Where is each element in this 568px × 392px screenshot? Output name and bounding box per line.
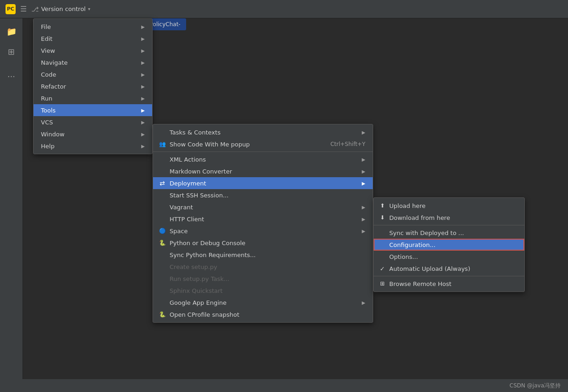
submenu-arrow-icon: ▶ [362,181,365,186]
submenu-arrow-icon: ▶ [141,96,145,101]
item-left: Google App Engine [159,299,227,306]
sec-menu-item-space[interactable]: 🔵 Space ▶ [153,225,373,237]
menu-label: Help [41,143,55,150]
chevron-down-icon: ▾ [88,6,90,11]
item-left: ⇄ Deployment [159,179,206,187]
submenu-arrow-icon: ▶ [141,84,145,89]
browse-icon: ⊞ [379,280,386,287]
python-console-icon: 🐍 [159,240,166,246]
sec-menu-item-markdown[interactable]: Markdown Converter ▶ [153,165,373,177]
menu-item-run[interactable]: Run ▶ [34,92,152,104]
menu-item-view[interactable]: View ▶ [34,45,152,56]
item-left: Run setup.py Task... [159,275,229,282]
menu-item-file[interactable]: File ▶ [34,21,152,33]
menu-item-navigate[interactable]: Navigate ▶ [34,56,152,68]
sidebar-icon-more[interactable]: ··· [3,68,20,84]
sec-menu-item-vagrant[interactable]: Vagrant ▶ [153,201,373,213]
menu-label: Code [41,71,56,78]
menu-label: Tools [41,107,56,114]
item-left: 👥 Show Code With Me popup [159,141,250,148]
sec-menu-item-create-setup: Create setup.py [153,261,373,273]
sidebar-icon-plugins[interactable]: ⊞ [3,43,20,60]
separator [374,276,524,276]
menu-label: Configuration... [389,241,436,248]
sec-menu-item-python-console[interactable]: 🐍 Python or Debug Console [153,237,373,249]
menu-label: Create setup.py [170,263,217,270]
tools-submenu: Tasks & Contexts ▶ 👥 Show Code With Me p… [153,124,373,323]
sec-menu-item-cprofile[interactable]: 🐍 Open CProfile snapshot [153,308,373,320]
ter-menu-item-configuration[interactable]: Configuration... [374,239,524,251]
menu-label: Upload here [389,202,426,209]
menu-label: Sync with Deployed to ... [389,230,464,236]
version-control-title[interactable]: ⎇ Version control ▾ [31,6,90,13]
submenu-arrow-icon: ▶ [141,24,145,29]
menu-label: Browse Remote Host [389,280,451,287]
app-logo: PC [6,4,16,14]
sec-menu-item-xml[interactable]: XML Actions ▶ [153,153,373,165]
menu-item-window[interactable]: Window ▶ [34,128,152,140]
menu-label: Options... [389,253,418,260]
submenu-arrow-icon: ▶ [362,157,365,162]
menu-label: XML Actions [170,156,206,163]
sec-menu-item-deployment[interactable]: ⇄ Deployment ▶ [153,177,373,189]
submenu-arrow-icon: ▶ [141,60,145,65]
sec-menu-item-gae[interactable]: Google App Engine ▶ [153,297,373,308]
item-left: Create setup.py [159,263,217,270]
upload-icon: ⬆ [379,202,386,209]
sec-menu-item-sync-reqs[interactable]: Sync Python Requirements... [153,249,373,261]
menu-label: Refactor [41,83,66,90]
submenu-arrow-icon: ▶ [362,217,365,222]
submenu-arrow-icon: ▶ [141,132,145,137]
ter-menu-item-auto-upload[interactable]: ✓ Automatic Upload (Always) [374,263,524,274]
menu-label: Start SSH Session... [170,192,228,199]
ter-menu-item-upload[interactable]: ⬆ Upload here [374,200,524,212]
primary-menu: File ▶ Edit ▶ View ▶ Navigate ▶ Code ▶ R… [33,18,153,154]
bottom-bar-text: CSDN @java冯坚持 [510,382,561,390]
menu-item-edit[interactable]: Edit ▶ [34,33,152,45]
menu-label: Space [170,228,188,235]
menu-label: Deployment [170,180,206,187]
submenu-arrow-icon: ▶ [141,36,145,41]
menu-label: View [41,47,55,54]
sec-menu-item-tasks[interactable]: Tasks & Contexts ▶ [153,126,373,138]
submenu-arrow-icon: ▶ [141,120,145,125]
hamburger-menu[interactable]: ☰ [20,5,27,13]
submenu-arrow-icon: ▶ [362,229,365,234]
titlebar: PC ☰ ⎇ Version control ▾ [0,0,568,18]
menu-label: Window [41,131,64,138]
item-left: XML Actions [159,156,206,163]
ter-menu-item-options[interactable]: Options... [374,251,524,263]
menu-item-vcs[interactable]: VCS ▶ [34,116,152,128]
ter-menu-item-browse[interactable]: ⊞ Browse Remote Host [374,278,524,290]
codewithme-icon: 👥 [159,141,166,147]
menu-label: VCS [41,119,53,126]
menu-label: Tasks & Contexts [170,129,221,136]
deployment-submenu: ⬆ Upload here ⬇ Download from here Sync … [373,197,525,292]
sidebar-icon-folder[interactable]: 📁 [3,23,20,39]
version-control-label: Version control [41,6,85,12]
separator [374,225,524,225]
menu-label: Automatic Upload (Always) [389,265,470,272]
menu-label: Vagrant [170,204,193,211]
menu-item-refactor[interactable]: Refactor ▶ [34,80,152,92]
menu-label: Download from here [389,214,450,221]
left-sidebar: 📁 ⊞ ··· [0,18,23,392]
sec-menu-item-codewithme[interactable]: 👥 Show Code With Me popup Ctrl+Shift+Y [153,138,373,150]
separator [153,151,373,152]
sec-menu-item-http[interactable]: HTTP Client ▶ [153,213,373,225]
menu-label: Open CProfile snapshot [170,311,239,318]
item-left: HTTP Client [159,216,204,223]
item-left: 🐍 Python or Debug Console [159,240,245,246]
ter-menu-item-sync[interactable]: Sync with Deployed to ... [374,227,524,239]
menu-label: Sync Python Requirements... [170,252,256,258]
menu-item-help[interactable]: Help ▶ [34,140,152,152]
item-left: Sync Python Requirements... [159,252,256,258]
menu-item-tools[interactable]: Tools ▶ [34,104,152,116]
menu-label: Run [41,95,52,102]
sec-menu-item-sphinx: Sphinx Quickstart [153,285,373,297]
ter-menu-item-download[interactable]: ⬇ Download from here [374,212,524,224]
branch-icon: ⎇ [31,6,39,13]
menu-item-code[interactable]: Code ▶ [34,68,152,80]
sec-menu-item-ssh[interactable]: Start SSH Session... [153,189,373,201]
cprofile-icon: 🐍 [159,311,166,318]
